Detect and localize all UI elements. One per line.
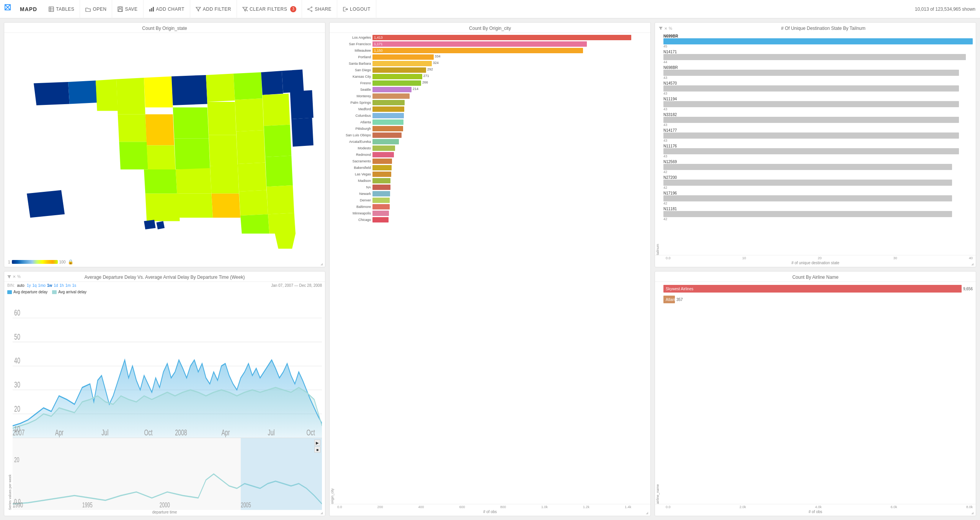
- tailnum-bar-fill[interactable]: [663, 117, 959, 123]
- bar-fill[interactable]: [372, 80, 421, 86]
- state-nv[interactable]: [118, 114, 147, 142]
- tailnum-row[interactable]: N11194 43: [663, 97, 973, 111]
- tailnum-bar-row[interactable]: [663, 211, 973, 217]
- state-ks[interactable]: [176, 168, 212, 194]
- state-nd[interactable]: [172, 75, 207, 105]
- bar-fill[interactable]: [372, 178, 390, 183]
- tailnum-bar-row[interactable]: [663, 101, 973, 107]
- bar-fill-container[interactable]: [372, 139, 631, 144]
- bar-row[interactable]: Chicago: [336, 217, 631, 222]
- bar-row[interactable]: Los Angeles 1,413: [336, 34, 631, 40]
- bar-fill[interactable]: [372, 74, 422, 79]
- tailnum-bar-fill[interactable]: [663, 164, 952, 170]
- bar-fill[interactable]: [372, 126, 403, 131]
- bar-fill-container[interactable]: [372, 126, 631, 131]
- bar-fill-container[interactable]: 334: [372, 54, 631, 60]
- bar-row[interactable]: Milwaukee 1,150: [336, 47, 631, 53]
- bar-fill-container[interactable]: 214: [372, 87, 631, 92]
- bar-fill[interactable]: [372, 211, 389, 216]
- bar-fill-container[interactable]: [372, 204, 631, 209]
- upper-chart[interactable]: 60 50 40 30 20 10 2007 Apr Jul Oct 2008: [13, 294, 322, 438]
- overview-svg[interactable]: 20 0.0 1990 1995 2000 2005: [13, 438, 322, 510]
- bar-row[interactable]: Atlanta: [336, 119, 631, 125]
- state-az[interactable]: [119, 142, 148, 170]
- state-pa-ny[interactable]: [290, 90, 314, 119]
- state-hi[interactable]: [144, 220, 156, 229]
- bar-row[interactable]: Redmond: [336, 152, 631, 157]
- bar-row[interactable]: San Francisco 1,171: [336, 41, 631, 47]
- nav-share[interactable]: SHARE: [302, 0, 337, 18]
- bar-fill-container[interactable]: 266: [372, 80, 631, 86]
- airline-row[interactable]: Skywest Airlines 9,656: [663, 285, 973, 293]
- state-wy[interactable]: [173, 108, 209, 139]
- bin-1mo[interactable]: 1mo: [38, 283, 46, 288]
- state-nc-sc[interactable]: [239, 190, 268, 216]
- tailnum-row[interactable]: N12569 42: [663, 160, 973, 174]
- nav-open[interactable]: OPEN: [80, 0, 112, 18]
- bar-fill[interactable]: [372, 93, 410, 99]
- state-ar[interactable]: [210, 165, 239, 194]
- bar-row[interactable]: Palm Springs: [336, 100, 631, 105]
- bar-fill[interactable]: [372, 159, 392, 164]
- bar-fill-container[interactable]: [372, 191, 631, 196]
- tailnum-row[interactable]: N14570 43: [663, 81, 973, 95]
- state-ny-ne[interactable]: [291, 118, 314, 147]
- nav-add-chart[interactable]: ADD CHART: [144, 0, 190, 18]
- bar-row[interactable]: Newark: [336, 191, 631, 196]
- bar-fill[interactable]: [372, 54, 434, 60]
- tailnum-bar-row[interactable]: [663, 180, 973, 186]
- bin-1q[interactable]: 1q: [32, 283, 36, 288]
- bar-fill-container[interactable]: [372, 146, 631, 151]
- bin-1h[interactable]: 1h: [60, 283, 64, 288]
- bar-row[interactable]: Baltimore: [336, 204, 631, 209]
- nav-tables[interactable]: TABLES: [43, 0, 80, 18]
- bar-fill-container[interactable]: 292: [372, 67, 631, 73]
- bar-fill-container[interactable]: [372, 211, 631, 216]
- bar-row[interactable]: Minneapolis: [336, 210, 631, 216]
- stop-button[interactable]: ■: [314, 446, 320, 453]
- tailnum-bar-fill[interactable]: [663, 195, 952, 201]
- bar-row[interactable]: Bakersfield: [336, 165, 631, 170]
- tailnum-bar-row[interactable]: [663, 38, 973, 44]
- tailnum-bar-row[interactable]: [663, 164, 973, 170]
- bar-fill[interactable]: [372, 139, 399, 144]
- tailnum-bar-row[interactable]: [663, 70, 973, 76]
- tailnum-rows[interactable]: N699BR 45 N14171 44 N698BR 43 N14570 43: [660, 33, 976, 255]
- bar-fill[interactable]: 1,171: [372, 41, 587, 47]
- state-hi2[interactable]: [156, 221, 165, 230]
- bar-fill-container[interactable]: [372, 93, 631, 99]
- bar-row[interactable]: Madison: [336, 178, 631, 183]
- state-ga[interactable]: [240, 214, 270, 234]
- tailnum-bar-fill[interactable]: [663, 211, 952, 217]
- bar-fill-container[interactable]: [372, 172, 631, 177]
- resize-handle[interactable]: ◢: [320, 262, 324, 266]
- bar-fill-container[interactable]: [372, 152, 631, 157]
- airline-bar-row[interactable]: Skywest Airlines 9,656: [663, 285, 973, 293]
- tailnum-bar-fill[interactable]: [663, 54, 966, 60]
- state-dc-md[interactable]: [266, 185, 294, 214]
- tailnum-row[interactable]: N33182 43: [663, 113, 973, 127]
- state-ut[interactable]: [145, 114, 175, 146]
- bar-row[interactable]: San Luis Obispo: [336, 132, 631, 138]
- bar-fill[interactable]: [372, 106, 404, 112]
- state-ok[interactable]: [177, 194, 213, 218]
- bar-fill[interactable]: [372, 185, 390, 190]
- bar-row[interactable]: Arcata/Eureka: [336, 139, 631, 144]
- bar-fill[interactable]: [372, 191, 390, 196]
- bar-row[interactable]: Pittsburgh: [336, 126, 631, 131]
- bar-fill[interactable]: [372, 113, 404, 118]
- tailnum-bar-row[interactable]: [663, 195, 973, 201]
- bar-fill[interactable]: 1,413: [372, 35, 631, 40]
- state-mo[interactable]: [209, 135, 238, 166]
- tailnum-bar-row[interactable]: [663, 117, 973, 123]
- tailnum-row[interactable]: N11176 43: [663, 144, 973, 158]
- bar-row[interactable]: Medford: [336, 106, 631, 112]
- tailnum-bar-fill[interactable]: [663, 148, 959, 154]
- bin-1s[interactable]: 1s: [72, 283, 77, 288]
- resize-handle-tailnum[interactable]: ◢: [971, 262, 975, 266]
- state-sd[interactable]: [207, 102, 237, 135]
- bar-row[interactable]: Sacramento: [336, 158, 631, 164]
- bar-fill-container[interactable]: [372, 119, 631, 125]
- airline-bar-fill[interactable]: Skywest Airlines: [663, 285, 962, 293]
- bar-fill-container[interactable]: [372, 113, 631, 118]
